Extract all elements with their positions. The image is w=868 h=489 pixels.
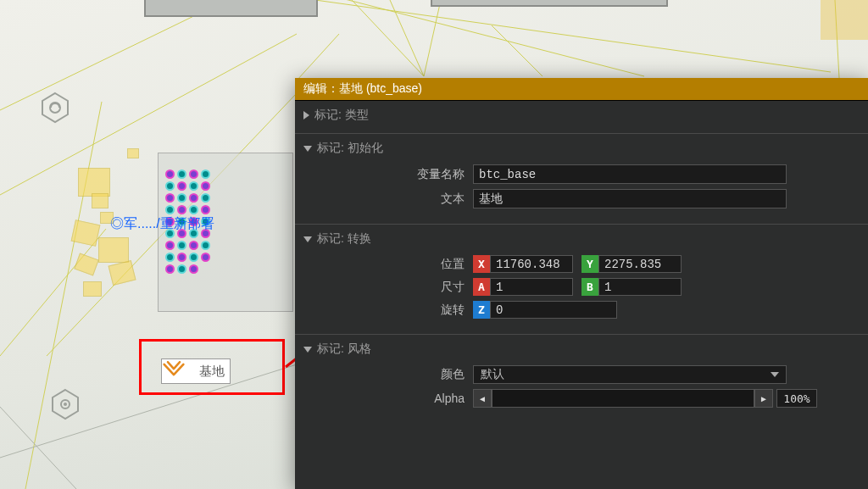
map-marker-base[interactable]: 基地	[161, 358, 231, 384]
section-transform: 标记: 转换 位置 X Y 尺寸 A B	[295, 225, 868, 335]
section-header-style[interactable]: 标记: 风格	[295, 342, 868, 360]
text-input[interactable]	[473, 189, 787, 208]
axis-chip-x: X	[473, 255, 490, 273]
row-text: 文本	[303, 189, 860, 208]
row-variable-name: 变量名称	[303, 164, 860, 184]
label-size: 尺寸	[303, 280, 473, 295]
section-label: 标记: 初始化	[317, 141, 383, 156]
section-header-transform[interactable]: 标记: 转换	[295, 231, 868, 250]
alpha-increment-button[interactable]: ►	[754, 389, 773, 408]
section-type: 标记: 类型	[295, 101, 868, 134]
row-size: 尺寸 A B	[303, 278, 860, 296]
axis-chip-z: Z	[473, 301, 490, 319]
rotation-z-input[interactable]	[490, 301, 617, 319]
position-y-input[interactable]	[598, 255, 682, 273]
svg-line-5	[315, 0, 831, 72]
section-header-type[interactable]: 标记: 类型	[295, 108, 868, 126]
color-select-value: 默认	[481, 367, 504, 382]
svg-marker-15	[42, 93, 68, 122]
color-select[interactable]: 默认	[473, 365, 787, 384]
axis-chip-a: A	[473, 278, 490, 296]
svg-line-9	[390, 0, 424, 76]
row-alpha: Alpha ◄ ► 100%	[303, 389, 860, 408]
svg-line-8	[352, 0, 424, 76]
alpha-value: 100%	[776, 389, 817, 408]
svg-line-11	[492, 25, 542, 76]
size-b-input[interactable]	[598, 278, 682, 296]
section-label: 标记: 类型	[314, 108, 369, 123]
section-label: 标记: 转换	[317, 231, 371, 247]
label-text: 文本	[303, 192, 473, 207]
svg-line-13	[0, 364, 297, 458]
panel-title[interactable]: 编辑：基地 (btc_base)	[295, 78, 868, 101]
chevron-down-icon	[303, 236, 312, 242]
section-header-init[interactable]: 标记: 初始化	[295, 141, 868, 159]
map-unit	[100, 212, 114, 224]
map-hex-icon	[51, 388, 80, 420]
map-unit	[78, 168, 110, 197]
svg-line-10	[424, 0, 441, 76]
alpha-slider[interactable]	[492, 389, 754, 408]
map-slab	[431, 0, 668, 7]
map-unit	[83, 281, 102, 297]
svg-point-19	[64, 403, 67, 406]
chevron-down-icon	[771, 372, 779, 377]
row-color: 颜色 默认	[303, 365, 860, 384]
svg-line-6	[315, 0, 644, 76]
map-slab	[144, 0, 318, 17]
label-alpha: Alpha	[303, 392, 473, 405]
label-color: 颜色	[303, 367, 473, 382]
map-unit	[98, 237, 129, 263]
chevron-down-icon	[303, 146, 312, 152]
chevron-down-icon	[303, 347, 312, 353]
axis-chip-b: B	[581, 278, 598, 296]
variable-name-input[interactable]	[473, 164, 787, 184]
row-rotation: 旋转 Z	[303, 301, 860, 319]
position-x-input[interactable]	[490, 255, 573, 273]
section-label: 标记: 风格	[317, 342, 371, 357]
label-position: 位置	[303, 257, 473, 272]
map-marker-label: 基地	[198, 362, 230, 381]
base-icon	[162, 359, 198, 383]
section-init: 标记: 初始化 变量名称 文本	[295, 134, 868, 225]
size-a-input[interactable]	[490, 278, 573, 296]
label-variable-name: 变量名称	[303, 167, 473, 182]
chevron-right-icon	[303, 111, 309, 119]
axis-chip-y: Y	[581, 255, 598, 273]
svg-line-7	[297, 34, 339, 81]
label-rotation: 旋转	[303, 303, 473, 318]
map-slab	[821, 0, 868, 40]
map-hex-icon	[41, 92, 70, 124]
map-unit	[92, 193, 108, 208]
map-unit-cluster	[165, 169, 261, 297]
editor-panel[interactable]: 编辑：基地 (btc_base) 标记: 类型 标记: 初始化 变量名称 文本	[295, 78, 868, 489]
row-position: 位置 X Y	[303, 255, 860, 273]
section-style: 标记: 风格 颜色 默认 Alpha ◄ ► 100%	[295, 335, 868, 423]
alpha-decrement-button[interactable]: ◄	[473, 389, 492, 408]
map-unit	[127, 148, 139, 158]
